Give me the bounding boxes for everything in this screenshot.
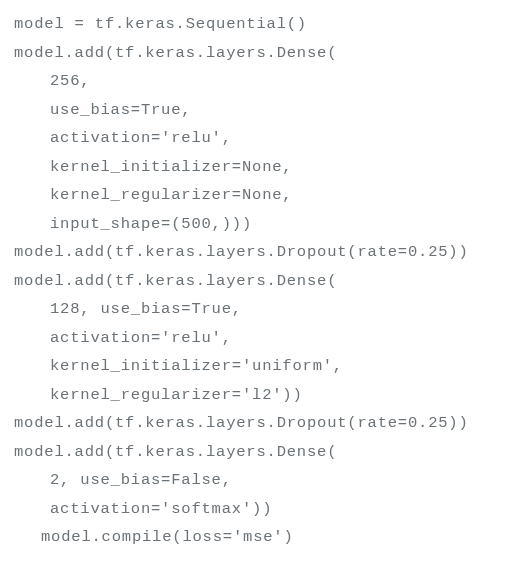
code-line: model.compile(loss='mse') <box>14 523 511 552</box>
code-line: 256, <box>14 67 511 96</box>
code-line: model.add(tf.keras.layers.Dense( <box>14 267 511 296</box>
code-line: 2, use_bias=False, <box>14 466 511 495</box>
code-line: model.add(tf.keras.layers.Dense( <box>14 438 511 467</box>
code-line: 128, use_bias=True, <box>14 295 511 324</box>
code-line: model.add(tf.keras.layers.Dropout(rate=0… <box>14 238 511 267</box>
code-line: activation='relu', <box>14 324 511 353</box>
code-line: kernel_regularizer='l2')) <box>14 381 511 410</box>
code-line: model.add(tf.keras.layers.Dense( <box>14 39 511 68</box>
code-line: activation='softmax')) <box>14 495 511 524</box>
code-block: model = tf.keras.Sequential() model.add(… <box>14 10 511 552</box>
code-line: kernel_initializer=None, <box>14 153 511 182</box>
code-line: kernel_initializer='uniform', <box>14 352 511 381</box>
code-line: model = tf.keras.Sequential() <box>14 10 511 39</box>
code-line: use_bias=True, <box>14 96 511 125</box>
code-line: input_shape=(500,))) <box>14 210 511 239</box>
code-line: model.add(tf.keras.layers.Dropout(rate=0… <box>14 409 511 438</box>
code-line: kernel_regularizer=None, <box>14 181 511 210</box>
code-line: activation='relu', <box>14 124 511 153</box>
